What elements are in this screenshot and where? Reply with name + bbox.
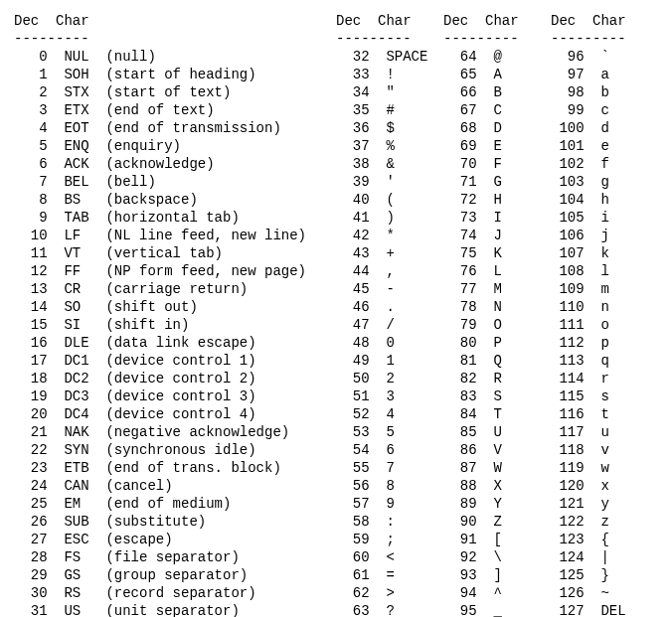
cell-char: CAN — [64, 477, 105, 495]
cell-dec: 103 — [551, 173, 585, 191]
table-row: 14SO(shift out) — [14, 298, 336, 316]
cell-char: $ — [386, 119, 427, 137]
table-row: 123{ — [551, 531, 658, 548]
cell-char: p — [600, 334, 642, 352]
cell-char: m — [600, 280, 642, 298]
header-dec: Dec — [336, 13, 361, 29]
cell-dec: 2 — [14, 83, 48, 101]
cell-char: - — [386, 280, 427, 298]
cell-char: BEL — [64, 173, 105, 191]
table-row: 125} — [551, 566, 658, 584]
table-row: 20DC4(device control 4) — [14, 405, 336, 423]
table-row: 112p — [551, 334, 658, 352]
table-row: 25EM(end of medium) — [14, 495, 336, 513]
table-row: 63? — [336, 602, 443, 617]
cell-char: 6 — [386, 441, 427, 459]
cell-dec: 63 — [336, 602, 370, 617]
cell-char: r — [600, 370, 642, 387]
cell-dec: 40 — [336, 191, 370, 209]
cell-char: DC1 — [64, 352, 105, 370]
table-row: 62> — [336, 584, 443, 602]
table-row: 61= — [336, 566, 443, 584]
cell-dec: 37 — [336, 137, 370, 155]
table-row: 95_ — [443, 602, 551, 617]
table-row: 59; — [336, 531, 443, 548]
cell-dec: 76 — [443, 262, 477, 280]
table-row: 3ETX(end of text) — [14, 101, 336, 119]
table-row: 15SI(shift in) — [14, 316, 336, 334]
cell-char: 8 — [386, 477, 427, 495]
table-row: 24CAN(cancel) — [14, 477, 336, 495]
cell-char: t — [600, 405, 642, 423]
cell-desc: (device control 4) — [105, 405, 255, 423]
cell-dec: 58 — [336, 513, 370, 531]
cell-dec: 99 — [551, 101, 585, 119]
cell-char: 7 — [386, 459, 427, 477]
cell-char: q — [600, 352, 642, 370]
table-row: 97a — [551, 66, 658, 83]
table-row: 66B — [443, 83, 551, 101]
cell-char: . — [386, 298, 427, 316]
cell-char: J — [493, 227, 535, 244]
table-row: 115s — [551, 387, 658, 405]
cell-dec: 84 — [443, 405, 477, 423]
cell-dec: 10 — [14, 227, 48, 244]
table-row: 40( — [336, 191, 443, 209]
table-row: 118v — [551, 441, 658, 459]
cell-desc: (device control 1) — [105, 352, 255, 370]
table-row: 86V — [443, 441, 551, 459]
cell-dec: 74 — [443, 227, 477, 244]
header-char: Char — [485, 13, 519, 29]
table-row: 127DEL — [551, 602, 658, 617]
table-row: 1SOH(start of heading) — [14, 66, 336, 83]
cell-char: H — [493, 191, 535, 209]
table-row: 33! — [336, 66, 443, 83]
cell-char: % — [386, 137, 427, 155]
table-row: 39' — [336, 173, 443, 191]
cell-dec: 50 — [336, 370, 370, 387]
cell-dec: 64 — [443, 48, 477, 66]
cell-char: x — [600, 477, 642, 495]
cell-char: e — [600, 137, 642, 155]
cell-dec: 68 — [443, 119, 477, 137]
cell-desc: (group separator) — [105, 566, 248, 584]
cell-dec: 14 — [14, 298, 48, 316]
cell-desc: (null) — [105, 48, 155, 66]
cell-dec: 34 — [336, 83, 370, 101]
cell-char: ] — [493, 566, 535, 584]
cell-dec: 51 — [336, 387, 370, 405]
cell-char: P — [493, 334, 535, 352]
cell-dec: 96 — [551, 48, 585, 66]
header-char: Char — [378, 13, 412, 29]
cell-dec: 22 — [14, 441, 48, 459]
table-row: 107k — [551, 244, 658, 262]
cell-dec: 49 — [336, 352, 370, 370]
table-row: 65A — [443, 66, 551, 83]
cell-dec: 7 — [14, 173, 48, 191]
ascii-table: DecChar---------0NUL(null)1SOH(start of … — [14, 12, 658, 617]
cell-dec: 38 — [336, 155, 370, 173]
cell-char: E — [493, 137, 535, 155]
table-row: 77M — [443, 280, 551, 298]
table-row: 71G — [443, 173, 551, 191]
table-row: 79O — [443, 316, 551, 334]
cell-dec: 57 — [336, 495, 370, 513]
cell-dec: 44 — [336, 262, 370, 280]
cell-dec: 61 — [336, 566, 370, 584]
cell-char: = — [386, 566, 427, 584]
cell-char: > — [386, 584, 427, 602]
cell-dec: 18 — [14, 370, 48, 387]
table-row: 9TAB(horizontal tab) — [14, 209, 336, 227]
cell-dec: 29 — [14, 566, 48, 584]
cell-char: ~ — [600, 584, 642, 602]
table-row: 80P — [443, 334, 551, 352]
table-row: 91[ — [443, 531, 551, 548]
cell-char: Y — [493, 495, 535, 513]
cell-char: N — [493, 298, 535, 316]
cell-char: ; — [386, 531, 427, 548]
cell-dec: 83 — [443, 387, 477, 405]
table-row: 110n — [551, 298, 658, 316]
cell-dec: 127 — [551, 602, 585, 617]
cell-dec: 124 — [551, 548, 585, 566]
cell-dec: 27 — [14, 531, 48, 548]
